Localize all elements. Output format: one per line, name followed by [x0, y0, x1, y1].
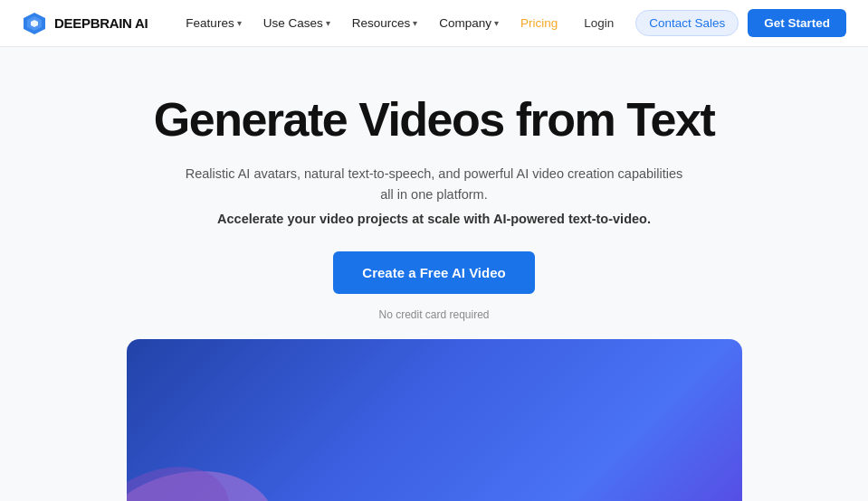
nav-item-pricing[interactable]: Pricing	[511, 11, 567, 35]
logo-icon	[22, 11, 47, 36]
create-video-button[interactable]: Create a Free AI Video	[333, 251, 534, 294]
chevron-down-icon: ▾	[413, 18, 417, 28]
hero-title: Generate Videos from Text	[18, 94, 850, 146]
navbar: DEEPBRAIN AI Features ▾ Use Cases ▾ Reso…	[0, 0, 868, 47]
chevron-down-icon: ▾	[326, 18, 330, 28]
chevron-down-icon: ▾	[494, 18, 499, 28]
wave-left-decoration	[127, 384, 326, 501]
nav-item-company[interactable]: Company ▾	[430, 11, 508, 35]
hero-subtitle: Realistic AI avatars, natural text-to-sp…	[181, 164, 688, 205]
hero-section: Generate Videos from Text Realistic AI a…	[0, 47, 868, 501]
login-button[interactable]: Login	[571, 11, 626, 35]
nav-links: Features ▾ Use Cases ▾ Resources ▾ Compa…	[176, 11, 571, 35]
contact-sales-button[interactable]: Contact Sales	[635, 10, 739, 36]
video-preview: Generate videos	[127, 339, 742, 501]
no-credit-text: No credit card required	[378, 308, 489, 321]
nav-item-usecases[interactable]: Use Cases ▾	[254, 11, 339, 35]
logo[interactable]: DEEPBRAIN AI	[22, 11, 148, 36]
chevron-down-icon: ▾	[237, 18, 242, 28]
nav-right: Login Contact Sales Get Started	[571, 9, 846, 37]
logo-text: DEEPBRAIN AI	[54, 15, 148, 31]
wave-right-decoration	[570, 448, 742, 501]
hero-subtitle-bold: Accelerate your video projects at scale …	[181, 212, 688, 226]
svg-point-7	[637, 489, 742, 501]
get-started-button[interactable]: Get Started	[748, 9, 846, 37]
nav-item-resources[interactable]: Resources ▾	[343, 11, 427, 35]
nav-item-features[interactable]: Features ▾	[176, 11, 250, 35]
cta-area: Create a Free AI Video No credit card re…	[18, 251, 850, 321]
